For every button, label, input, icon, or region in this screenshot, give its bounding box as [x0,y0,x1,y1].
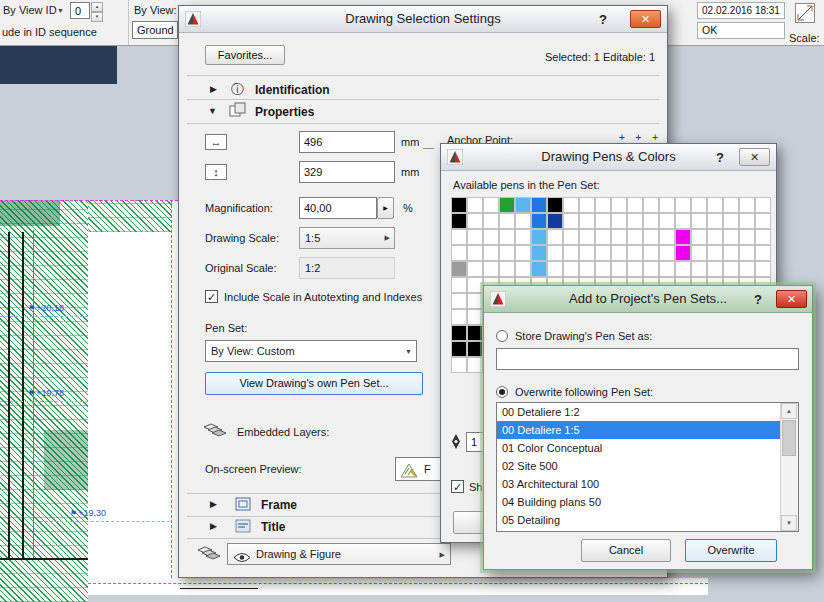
list-item[interactable]: 02 Site 500 [497,457,782,475]
chevron-right-icon[interactable]: ▶ [210,499,217,509]
pen-swatch[interactable] [755,261,771,277]
pen-swatch[interactable] [451,261,467,277]
pen-swatch[interactable] [675,197,691,213]
anchor-point-selector[interactable]: + + + [619,132,662,143]
pen-swatch[interactable] [595,229,611,245]
pen-swatch[interactable] [739,261,755,277]
pen-swatch[interactable] [515,245,531,261]
list-item[interactable]: 00 Detaliere 1:5 [497,421,782,439]
pen-swatch[interactable] [467,357,483,373]
pen-swatch[interactable] [547,213,563,229]
pen-swatch[interactable] [451,229,467,245]
pen-swatch[interactable] [563,197,579,213]
pen-swatch[interactable] [691,245,707,261]
help-button[interactable]: ? [750,292,766,307]
pen-swatch[interactable] [531,261,547,277]
pen-swatch[interactable] [643,197,659,213]
overwrite-button[interactable]: Overwrite [685,539,777,562]
pen-swatch[interactable] [451,245,467,261]
pen-swatch[interactable] [451,341,467,357]
pen-swatch[interactable] [451,325,467,341]
pen-swatch[interactable] [483,197,499,213]
pen-swatch[interactable] [611,229,627,245]
pen-swatch[interactable] [499,245,515,261]
favorites-button[interactable]: Favorites... [205,45,285,65]
pen-swatch[interactable] [579,213,595,229]
drawing-height-input[interactable] [299,161,395,183]
chevron-right-icon[interactable]: ▶ [210,84,217,94]
pen-swatch[interactable] [515,229,531,245]
pen-swatch[interactable] [467,325,483,341]
list-item[interactable]: 01 Color Conceptual [497,439,782,457]
pen-swatch[interactable] [467,293,483,309]
scrollbar-thumb[interactable] [782,420,796,456]
id-input[interactable] [70,2,90,19]
pen-swatch[interactable] [707,261,723,277]
drawing-width-input[interactable] [299,131,395,153]
spinner-up-icon[interactable]: ▴ [91,2,103,12]
pen-swatch[interactable] [659,261,675,277]
dialog-titlebar[interactable]: Drawing Selection Settings ? ✕ [179,6,667,33]
chevron-down-icon[interactable]: ▼ [57,7,64,14]
pen-swatch[interactable] [659,213,675,229]
chevron-right-icon[interactable]: ▶ [210,521,217,531]
pen-swatch[interactable] [467,245,483,261]
list-item[interactable]: 00 Detaliere 1:2 [497,403,782,421]
pen-swatch[interactable] [707,213,723,229]
pen-swatch[interactable] [723,197,739,213]
pen-swatch[interactable] [723,213,739,229]
pen-swatch[interactable] [483,229,499,245]
pen-swatch[interactable] [739,229,755,245]
pen-swatch[interactable] [467,261,483,277]
scrollbar[interactable]: ▲ ▼ [780,403,798,531]
pen-swatch[interactable] [611,261,627,277]
pen-swatch[interactable] [627,229,643,245]
pen-swatch[interactable] [691,261,707,277]
section-identification[interactable]: Identification [255,83,330,97]
pen-swatch[interactable] [627,261,643,277]
pen-swatch[interactable] [755,245,771,261]
pen-swatch[interactable] [659,245,675,261]
panel-selector[interactable]: Drawing & Figure ▶ [227,543,451,565]
pen-swatch[interactable] [691,213,707,229]
dialog-titlebar[interactable]: Drawing Pens & Colors ? ✕ [441,144,776,171]
pen-swatch[interactable] [547,229,563,245]
pen-swatch[interactable] [691,197,707,213]
pen-swatch[interactable] [467,277,483,293]
pen-swatch[interactable] [595,245,611,261]
pen-swatch[interactable] [611,213,627,229]
pen-swatch[interactable] [547,197,563,213]
drawing-scale-dropdown[interactable]: 1:5 ▶ [299,227,395,249]
pen-swatch[interactable] [755,213,771,229]
pen-swatch[interactable] [579,261,595,277]
list-item[interactable]: 05 Detailing [497,511,782,529]
pen-swatch[interactable] [739,213,755,229]
pen-swatch[interactable] [627,245,643,261]
pen-swatch[interactable] [451,309,467,325]
pen-swatch[interactable] [627,213,643,229]
store-pen-set-radio[interactable] [496,330,508,342]
pen-swatch[interactable] [515,213,531,229]
pen-swatch[interactable] [675,261,691,277]
preview-dropdown[interactable]: F [395,457,441,481]
pen-swatch[interactable] [483,245,499,261]
pen-swatch[interactable] [723,261,739,277]
pen-swatch[interactable] [499,197,515,213]
pen-swatch[interactable] [451,357,467,373]
pen-swatch[interactable] [547,245,563,261]
section-properties[interactable]: Properties [255,105,314,119]
view-pen-set-button[interactable]: View Drawing's own Pen Set... [205,372,423,395]
pen-swatch[interactable] [515,197,531,213]
scroll-up-icon[interactable]: ▲ [781,403,797,419]
pen-swatch[interactable] [643,245,659,261]
pen-swatch[interactable] [755,197,771,213]
pen-swatch[interactable] [451,277,467,293]
show-checkbox[interactable]: ✓ [451,480,464,493]
pen-swatch[interactable] [627,197,643,213]
pen-swatch[interactable] [531,213,547,229]
pen-swatch[interactable] [499,229,515,245]
pen-swatch[interactable] [643,229,659,245]
pen-swatch[interactable] [467,309,483,325]
section-frame[interactable]: Frame [261,498,297,512]
pen-swatch[interactable] [451,293,467,309]
